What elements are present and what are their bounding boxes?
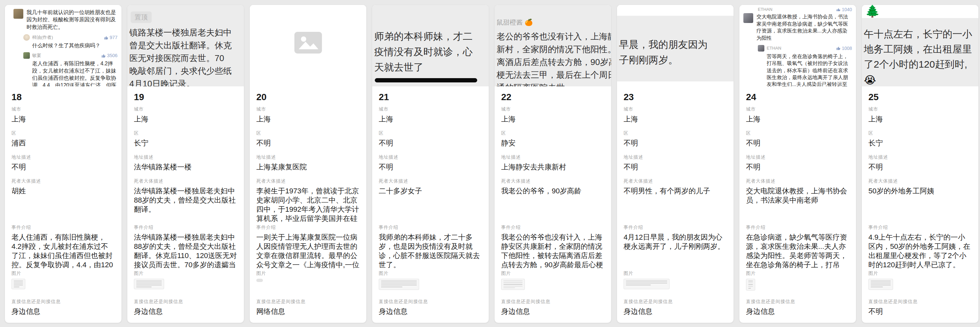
field-direct-label: 直接信息还是间接信息 <box>134 298 237 304</box>
card-body: 23城市上海区不明地址描述不明死者大体描述不明男性，有个两岁的儿子事件介绍4月1… <box>617 86 733 323</box>
post-text-line: 4月10日晚记录。 <box>127 78 244 86</box>
attachment-thumbnail[interactable] <box>11 279 25 289</box>
screenshot-text-post: 午十点左右，长宁的一小地务工阿姨，在出租屋里了2个小时的120赶到时,😭🌲 <box>862 5 978 86</box>
field-deceased-group: 死者大体描述50岁的外地务工阿姨 <box>869 178 972 224</box>
thumbnail-text-line <box>871 287 883 287</box>
post-text-line: 疫情没有及时就诊，心 <box>372 44 489 59</box>
reply-header: 敏宴3506 <box>23 52 118 59</box>
field-address-group: 地址描述法华镇路某楼一楼 <box>134 154 237 178</box>
field-district-label: 区 <box>746 130 850 136</box>
case-card[interactable]: 师弟的本科师妹，才二疫情没有及时就诊，心天就去世了21城市上海区不明地址描述不明… <box>372 5 489 323</box>
case-card[interactable]: 20城市上海区不明地址描述上海某康复医院死者大体描述李昶生于1973年，曾就读于… <box>250 5 367 323</box>
tree-emoji-icon: 🌲 <box>865 5 880 18</box>
field-image-label: 图片 <box>11 270 115 276</box>
screenshot-gray-band: 午十点左右，长宁的一小地务工阿姨，在出租屋里了2个小时的120赶到时,😭 <box>862 18 978 86</box>
field-event-group: 事件介绍4月12日早晨，我的朋友因为心梗永远离开了，儿子刚刚两岁。 <box>624 224 727 270</box>
thumbnail-text-line <box>748 281 753 281</box>
card-cover-image <box>250 5 366 86</box>
thumbnail-text-line <box>626 285 651 285</box>
field-direct-group: 直接信息还是间接信息身边信息 <box>624 298 727 318</box>
screenshot-text-post: 鼠甜橙酱 🍊老公的爷爷也没有计入，上海静新村，全家阴的情况下他阳性。离酒店后差点… <box>495 5 611 86</box>
screenshot-text-post: 置顶镇路某楼一楼独居老夫妇中曾是交大出版社翻译。休克医无对接医院而去世。70晚敲… <box>127 5 244 86</box>
comment-main: 我几十年前就认识的一位胡姓朋友也是因为封控、核酸检测等原因没有得到及时救治而死亡… <box>9 9 118 31</box>
field-city-group: 城市上海 <box>134 106 237 130</box>
pinned-badge: 置顶 <box>130 11 152 23</box>
field-event-label: 事件介绍 <box>746 224 850 230</box>
field-address-value: 上海某康复医院 <box>256 163 360 172</box>
card-body: 25城市上海区长宁地址描述不明死者大体描述50岁的外地务工阿姨事件介绍4.9上午… <box>862 86 978 323</box>
field-direct-group: 直接信息还是间接信息身边信息 <box>11 298 115 318</box>
field-deceased-group: 死者大体描述胡姓 <box>11 178 115 224</box>
field-district-value: 浦西 <box>11 139 115 148</box>
post-text-line: 地务工阿姨，在出租屋里 <box>862 42 978 57</box>
card-cover-image: 我几十年前就认识的一位胡姓朋友也是因为封控、核酸检测等原因没有得到及时救治而死亡… <box>5 5 121 86</box>
like-count-value: 977 <box>110 35 118 40</box>
like-count: 1008 <box>836 46 852 51</box>
card-body: 22城市上海区静安地址描述上海静安去共康新村死者大体描述我老公的爷爷，90岁高龄… <box>495 86 611 323</box>
field-direct-value: 不明 <box>869 307 972 316</box>
field-address-label: 地址描述 <box>379 154 482 160</box>
case-card[interactable]: ETHAN1040交大电院退休教授，上海书协会员，书法家吴中南老师在急诊病逝，缺… <box>739 5 856 323</box>
attachment-thumbnail[interactable] <box>746 279 755 290</box>
field-deceased-value: 法华镇路某楼一楼独居老夫妇中88岁的丈夫，曾经是交大出版社翻译。 <box>134 187 237 214</box>
field-direct-label: 直接信息还是间接信息 <box>11 298 115 304</box>
field-city-label: 城市 <box>379 106 482 112</box>
reply-text: 老人住浦西，有陈旧性脑梗，4.2摔跤，女儿被封在浦东过不了江，妹妹们虽住浦西但也… <box>32 60 118 86</box>
field-address-group: 地址描述不明 <box>869 154 972 178</box>
field-event-label: 事件介绍 <box>624 224 727 230</box>
like-count-value: 1040 <box>842 7 852 11</box>
post-text-line: 午十点左右，长宁的一小 <box>862 27 978 42</box>
thumbnail-text-line <box>871 283 891 283</box>
field-deceased-label: 死者大体描述 <box>256 178 360 184</box>
card-body: 18城市上海区浦西地址描述不明死者大体描述胡姓事件介绍老人住浦西，有陈旧性脑梗，… <box>5 86 121 323</box>
field-city-group: 城市上海 <box>501 106 605 130</box>
screenshot-text-post: 师弟的本科师妹，才二疫情没有及时就诊，心天就去世了 <box>372 5 489 86</box>
post-text-line: 梗无法去三甲，最后在上个周日 <box>495 69 611 81</box>
field-direct-value: 身边信息 <box>746 307 850 316</box>
attachment-thumbnail[interactable] <box>501 279 525 290</box>
thumb-up-icon <box>102 54 106 58</box>
case-card[interactable]: 鼠甜橙酱 🍊老公的爷爷也没有计入，上海静新村，全家阴的情况下他阳性。离酒店后差点… <box>494 5 611 323</box>
attachment-thumbnail[interactable] <box>624 279 670 289</box>
comment-reply: ETHAN1008苦等两天，坐在急诊角落的椅子上，打吊瓶、吸氧气（被封控的子女设… <box>758 45 852 86</box>
post-text-line: 天就去世了 <box>372 59 489 75</box>
field-city-value: 上海 <box>746 115 850 124</box>
field-city-value: 上海 <box>256 115 360 124</box>
like-count-value: 3506 <box>107 53 118 58</box>
card-number: 22 <box>501 92 605 106</box>
thumbnail-text-line <box>871 281 891 281</box>
case-card[interactable]: 午十点左右，长宁的一小地务工阿姨，在出租屋里了2个小时的120赶到时,😭🌲25城… <box>862 5 979 323</box>
field-image-label: 图片 <box>624 270 727 276</box>
gallery-board: 我几十年前就认识的一位胡姓朋友也是因为封控、核酸检测等原因没有得到及时救治而死亡… <box>0 0 980 327</box>
field-city-label: 城市 <box>256 106 360 112</box>
field-event-value: 法华镇路某楼一楼独居老夫妇中88岁的丈夫，曾经是交大出版社翻译。休克后110、1… <box>134 233 237 270</box>
field-address-group: 地址描述上海某康复医院 <box>256 154 360 178</box>
field-city-group: 城市上海 <box>11 106 115 130</box>
field-deceased-group: 死者大体描述二十多岁女子 <box>379 178 482 224</box>
field-direct-value: 身边信息 <box>624 307 727 316</box>
comment-reply: 柿油(作者)977什么时候？生了其他疾病吗？ <box>23 34 118 49</box>
field-address-value: 不明 <box>624 163 727 172</box>
post-text-line: 了2个小时的120赶到时, <box>862 57 978 72</box>
field-district-group: 区不明 <box>746 130 850 154</box>
attachment-thumbnail[interactable] <box>134 279 164 289</box>
field-event-value: 一则关于上海某康复医院一位病人因疫情管理无人护理而去世的文章在微信群里流转。最早… <box>256 233 360 270</box>
case-card[interactable]: 我几十年前就认识的一位胡姓朋友也是因为封控、核酸检测等原因没有得到及时救治而死亡… <box>5 5 122 323</box>
field-district-group: 区浦西 <box>11 130 115 154</box>
field-address-label: 地址描述 <box>624 154 727 160</box>
commenter-name: 敏宴 <box>32 53 41 59</box>
field-district-group: 区长宁 <box>869 130 972 154</box>
attachment-thumbnail[interactable] <box>256 279 263 282</box>
attachment-thumbnail[interactable] <box>869 279 893 290</box>
card-body: 21城市上海区不明地址描述不明死者大体描述二十多岁女子事件介绍我师弟的本科师妹，… <box>372 86 489 323</box>
post-text-line: 医无对接医院而去世。70 <box>127 52 244 65</box>
field-event-value: 4.9上午十点左右，长宁的一小区内，50岁的外地务工阿姨，在出租屋里心梗发作，等… <box>869 233 972 270</box>
comment-main: 交大电院退休教授，上海书协会员，书法家吴中南老师在急诊病逝，缺少氧气等医疗资源，… <box>743 13 852 42</box>
case-card[interactable]: 置顶镇路某楼一楼独居老夫妇中曾是交大出版社翻译。休克医无对接医院而去世。70晚敲… <box>127 5 244 323</box>
field-direct-label: 直接信息还是间接信息 <box>746 298 850 304</box>
case-card[interactable]: 早晨，我的朋友因为子刚刚两岁。23城市上海区不明地址描述不明死者大体描述不明男性… <box>617 5 734 323</box>
field-event-group: 事件介绍我老公的爷爷也没有计入，上海静安区共康新村，全家阴的情况下他阳性，被转去… <box>501 224 605 270</box>
thumbnail-text-line <box>14 283 23 283</box>
attachment-thumbnail[interactable] <box>379 279 419 290</box>
card-cover-image: 置顶镇路某楼一楼独居老夫妇中曾是交大出版社翻译。休克医无对接医院而去世。70晚敲… <box>127 5 244 86</box>
